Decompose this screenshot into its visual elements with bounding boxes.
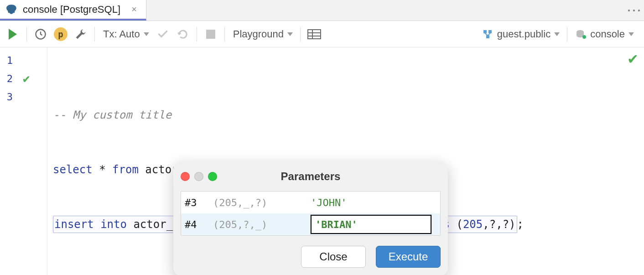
svg-point-11 [582, 35, 586, 39]
tab-overflow: ⋮ [631, 0, 644, 21]
svg-rect-5 [483, 30, 487, 33]
svg-line-9 [488, 33, 490, 35]
history-button[interactable] [31, 21, 51, 47]
tab-bar-left: console [PostgreSQL] × [0, 0, 146, 21]
wrench-button[interactable] [71, 21, 91, 47]
playground-dropdown[interactable]: Playground [229, 28, 296, 40]
editor: 1 2✔ 3 -- My custom title select * from … [0, 47, 644, 275]
param-index: #3 [185, 197, 213, 208]
close-button[interactable]: Close [301, 246, 366, 268]
svg-rect-7 [486, 35, 489, 38]
parameter-row[interactable]: #4 (205,?,_) [181, 213, 440, 235]
chevron-down-icon [286, 31, 292, 37]
param-context: (205,_,?) [213, 197, 311, 208]
gutter: 1 2✔ 3 [0, 47, 47, 275]
tab-bar: console [PostgreSQL] × ⋮ [0, 0, 644, 21]
param-context: (205,?,_) [213, 219, 311, 230]
postgresql-icon [5, 3, 18, 16]
checkmark-icon: ✔ [627, 51, 639, 67]
parameters-table: #3 (205,_,?) 'JOHN' #4 (205,?,_) [181, 191, 441, 236]
data-grid-button[interactable] [304, 21, 324, 47]
param-input[interactable] [311, 215, 431, 234]
tab-console[interactable]: console [PostgreSQL] × [0, 0, 146, 21]
chevron-down-icon [143, 31, 148, 37]
toolbar: p Tx: Auto Playground guest.public conso… [0, 21, 644, 47]
close-window-icon[interactable] [181, 172, 190, 181]
schema-dropdown[interactable]: guest.public [478, 28, 563, 40]
param-index: #4 [185, 219, 213, 230]
kebab-menu-icon[interactable]: ⋮ [631, 3, 638, 18]
parameter-row[interactable]: #3 (205,_,?) 'JOHN' [181, 192, 440, 213]
parameters-dialog: Parameters #3 (205,_,?) 'JOHN' #4 (205,?… [173, 161, 448, 275]
zoom-window-icon[interactable] [208, 172, 217, 181]
tx-mode-dropdown[interactable]: Tx: Auto [99, 28, 153, 40]
minimize-window-icon [194, 172, 203, 181]
stop-button [201, 21, 221, 47]
line-number: 3 [0, 91, 16, 103]
chevron-down-icon [553, 31, 559, 37]
p-badge-button[interactable]: p [51, 21, 71, 47]
chevron-down-icon [628, 31, 633, 37]
checkmark-icon: ✔ [23, 72, 30, 85]
close-icon[interactable]: × [130, 4, 139, 15]
execute-button[interactable]: Execute [376, 246, 441, 268]
svg-rect-1 [308, 30, 321, 39]
line-number: 1 [0, 55, 16, 66]
tab-title: console [PostgreSQL] [23, 4, 120, 16]
commit-button [153, 21, 173, 47]
session-dropdown[interactable]: console [571, 28, 638, 40]
dialog-titlebar: Parameters [181, 166, 441, 187]
svg-rect-6 [488, 30, 492, 33]
rollback-button [173, 21, 193, 47]
param-value: 'JOHN' [311, 197, 436, 208]
dialog-title: Parameters [281, 170, 341, 183]
svg-line-8 [485, 33, 488, 35]
run-button[interactable] [3, 21, 23, 47]
line-number: 2 [0, 73, 16, 84]
